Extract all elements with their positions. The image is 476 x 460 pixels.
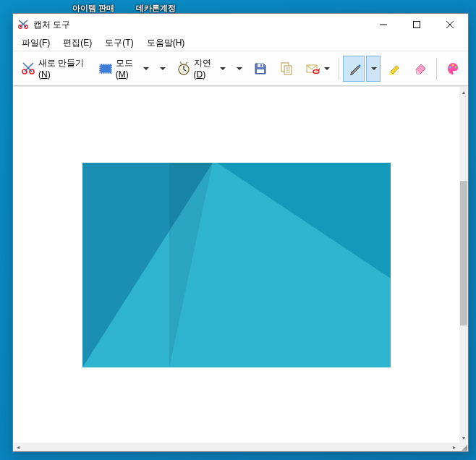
mail-button[interactable]	[300, 56, 335, 82]
copy-icon	[279, 61, 294, 76]
scroll-up-arrow[interactable]: ▴	[459, 87, 468, 97]
toolbar-separator	[339, 58, 339, 80]
svg-rect-11	[257, 69, 264, 73]
maximize-button[interactable]	[400, 14, 433, 35]
vertical-scrollbar[interactable]: ▴ ▾	[459, 87, 468, 443]
highlighter-icon	[387, 61, 401, 76]
svg-rect-10	[260, 64, 262, 67]
desktop-icon-label[interactable]: 아이템 판매	[72, 3, 114, 14]
svg-rect-6	[100, 64, 111, 73]
new-snip-button[interactable]: 새로 만들기(N)	[16, 56, 92, 82]
save-button[interactable]	[248, 56, 273, 82]
eraser-button[interactable]	[408, 56, 433, 82]
menu-file[interactable]: 파일(F)	[16, 35, 56, 51]
new-snip-label: 새로 만들기(N)	[38, 57, 87, 80]
chevron-down-icon	[220, 67, 226, 70]
copy-button[interactable]	[274, 56, 299, 82]
paint3d-icon	[446, 61, 460, 76]
chevron-down-icon	[143, 67, 149, 70]
pen-button[interactable]	[343, 56, 365, 82]
scroll-down-arrow[interactable]: ▾	[459, 433, 468, 443]
menubar: 파일(F) 편집(E) 도구(T) 도움말(H)	[13, 35, 468, 51]
delay-dropdown-arrow[interactable]	[237, 67, 242, 70]
canvas-content[interactable]	[13, 87, 459, 443]
svg-rect-3	[414, 22, 420, 28]
scroll-right-arrow[interactable]: ▸	[449, 444, 459, 451]
svg-point-17	[449, 66, 451, 68]
resize-grip[interactable]	[459, 443, 468, 451]
window-title: 캡처 도구	[33, 19, 367, 31]
menu-tools[interactable]: 도구(T)	[99, 35, 139, 51]
menu-edit[interactable]: 편집(E)	[57, 35, 98, 51]
desktop-icon-label[interactable]: 데카론계정	[136, 3, 176, 14]
chevron-down-icon	[371, 67, 377, 70]
mode-label: 모드(M)	[116, 57, 139, 80]
canvas-area: ▴ ▾ ◂ ▸	[13, 86, 468, 451]
desktop-icons: 아이템 판매 데카론계정	[72, 3, 176, 14]
scissors-icon	[21, 61, 35, 76]
scroll-left-arrow[interactable]: ◂	[13, 444, 23, 451]
app-icon	[17, 19, 29, 30]
pen-dropdown[interactable]	[366, 56, 381, 82]
mode-dropdown-arrow[interactable]	[160, 67, 166, 70]
chevron-down-icon	[324, 67, 330, 70]
paint3d-button[interactable]	[441, 56, 465, 82]
eraser-icon	[413, 61, 428, 76]
delay-button[interactable]: 지연(D)	[171, 56, 231, 82]
highlighter-button[interactable]	[382, 56, 407, 82]
minimize-button[interactable]	[367, 14, 400, 35]
snipping-tool-window: 캡처 도구 파일(F) 편집(E) 도구(T) 도움말(H)	[12, 13, 469, 452]
toolbar-separator	[436, 58, 437, 80]
svg-point-18	[452, 64, 454, 66]
titlebar: 캡처 도구	[13, 14, 468, 35]
svg-rect-16	[388, 74, 394, 75]
pen-icon	[348, 61, 362, 76]
svg-point-19	[455, 66, 457, 68]
mail-icon	[305, 61, 320, 76]
horizontal-scrollbar[interactable]: ◂ ▸	[13, 443, 459, 451]
clock-icon	[177, 61, 191, 76]
rect-mode-icon	[98, 61, 113, 76]
close-button[interactable]	[433, 14, 467, 35]
toolbar: 새로 만들기(N) 모드(M) 지연(D)	[13, 51, 468, 86]
save-icon	[253, 61, 268, 76]
mode-button[interactable]: 모드(M)	[93, 56, 154, 82]
scroll-thumb[interactable]	[460, 181, 467, 325]
window-controls	[367, 14, 467, 35]
menu-help[interactable]: 도움말(H)	[141, 35, 191, 51]
delay-label: 지연(D)	[194, 57, 216, 80]
captured-image	[82, 163, 391, 367]
